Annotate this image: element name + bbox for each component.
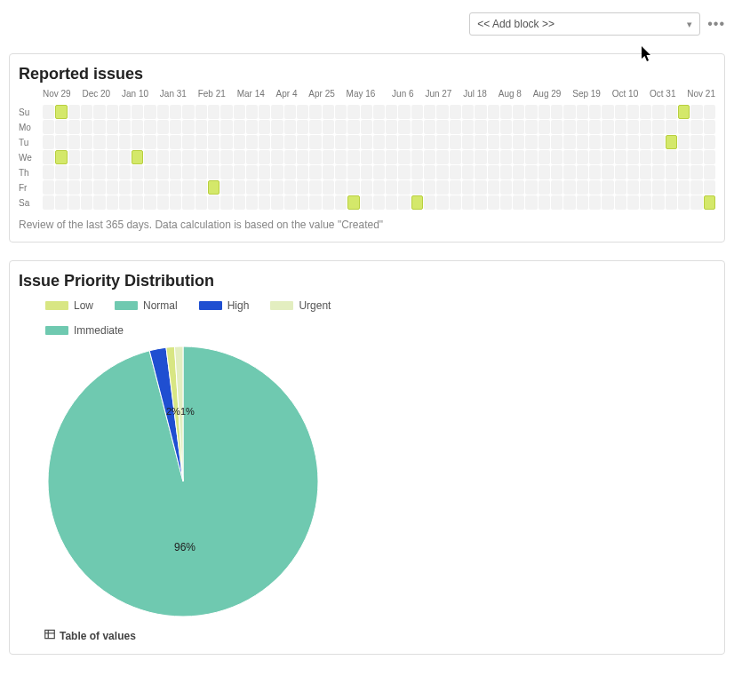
heatmap-cell[interactable] [513, 135, 524, 149]
heatmap-cell[interactable] [271, 105, 283, 119]
heatmap-cell[interactable] [450, 180, 461, 195]
heatmap-cell[interactable] [323, 180, 334, 195]
heatmap-cell[interactable] [373, 105, 385, 119]
heatmap-cell[interactable] [284, 195, 296, 210]
heatmap-cell[interactable] [68, 105, 80, 119]
heatmap-cell[interactable] [525, 195, 537, 210]
heatmap-cell[interactable] [361, 120, 372, 134]
heatmap-cell[interactable] [475, 195, 486, 210]
heatmap-cell[interactable] [602, 165, 613, 179]
heatmap-cell[interactable] [475, 180, 486, 195]
heatmap-cell[interactable] [488, 105, 499, 119]
heatmap-cell[interactable] [615, 120, 626, 134]
heatmap-cell[interactable] [271, 150, 283, 164]
heatmap-cell[interactable] [627, 105, 639, 119]
heatmap-cell[interactable] [398, 105, 410, 119]
heatmap-cell[interactable] [424, 120, 435, 134]
heatmap-cell[interactable] [144, 135, 156, 149]
heatmap-cell[interactable] [297, 120, 308, 134]
heatmap-cell[interactable] [666, 120, 677, 134]
heatmap-cell[interactable] [373, 195, 385, 210]
heatmap-cell[interactable] [297, 135, 308, 149]
heatmap-cell[interactable] [323, 150, 334, 164]
heatmap-cell[interactable] [208, 165, 219, 179]
heatmap-cell[interactable] [220, 120, 232, 134]
heatmap-cell[interactable] [577, 105, 588, 119]
heatmap-cell[interactable] [602, 150, 613, 164]
heatmap-cell[interactable] [195, 180, 207, 195]
heatmap-cell[interactable] [157, 150, 169, 164]
heatmap-cell[interactable] [398, 150, 410, 164]
heatmap-cell[interactable] [68, 150, 80, 164]
heatmap-cell[interactable] [602, 180, 613, 195]
heatmap-cell[interactable] [462, 180, 474, 195]
heatmap-cell[interactable] [563, 195, 575, 210]
heatmap-cell[interactable] [81, 105, 92, 119]
heatmap-cell[interactable] [132, 180, 143, 195]
heatmap-cell[interactable] [144, 165, 156, 179]
heatmap-cell[interactable] [43, 150, 54, 164]
heatmap-cell[interactable] [144, 195, 156, 210]
heatmap-cell[interactable] [563, 165, 575, 179]
heatmap-cell[interactable] [43, 135, 54, 149]
heatmap-cell[interactable] [704, 180, 715, 195]
heatmap-cell[interactable] [220, 135, 232, 149]
legend-item[interactable]: Urgent [270, 299, 331, 312]
heatmap-cell[interactable] [271, 135, 283, 149]
heatmap-cell[interactable] [666, 150, 677, 164]
heatmap-cell[interactable] [539, 195, 550, 210]
heatmap-cell[interactable] [704, 135, 715, 149]
heatmap-cell[interactable] [411, 120, 423, 134]
heatmap-cell[interactable] [55, 180, 67, 195]
heatmap-cell[interactable] [666, 105, 677, 119]
heatmap-cell[interactable] [551, 150, 562, 164]
heatmap-cell[interactable] [475, 165, 486, 179]
heatmap-cell[interactable] [627, 135, 639, 149]
heatmap-cell[interactable] [627, 165, 639, 179]
heatmap-cell[interactable] [132, 165, 143, 179]
heatmap-cell[interactable] [284, 135, 296, 149]
heatmap-cell[interactable] [309, 165, 321, 179]
heatmap-cell[interactable] [666, 165, 677, 179]
heatmap-cell[interactable] [170, 135, 181, 149]
heatmap-cell[interactable] [589, 165, 601, 179]
heatmap-cell[interactable] [68, 195, 80, 210]
heatmap-cell[interactable] [500, 150, 512, 164]
heatmap-cell[interactable] [386, 105, 397, 119]
heatmap-cell[interactable] [488, 195, 499, 210]
heatmap-cell[interactable] [55, 105, 67, 119]
heatmap-cell[interactable] [107, 150, 118, 164]
heatmap-cell[interactable] [398, 135, 410, 149]
heatmap-cell[interactable] [132, 150, 143, 164]
heatmap-cell[interactable] [234, 135, 245, 149]
heatmap-cell[interactable] [500, 195, 512, 210]
heatmap-cell[interactable] [525, 150, 537, 164]
heatmap-cell[interactable] [577, 120, 588, 134]
add-block-select[interactable]: << Add block >> ▾ [469, 12, 700, 36]
heatmap-cell[interactable] [144, 180, 156, 195]
heatmap-cell[interactable] [144, 120, 156, 134]
heatmap-cell[interactable] [704, 165, 715, 179]
heatmap-cell[interactable] [602, 135, 613, 149]
heatmap-cell[interactable] [81, 120, 92, 134]
heatmap-cell[interactable] [577, 180, 588, 195]
heatmap-cell[interactable] [652, 150, 664, 164]
heatmap-cell[interactable] [132, 195, 143, 210]
heatmap-cell[interactable] [652, 135, 664, 149]
heatmap-cell[interactable] [704, 150, 715, 164]
heatmap-cell[interactable] [373, 135, 385, 149]
heatmap-cell[interactable] [666, 135, 677, 149]
heatmap-cell[interactable] [424, 165, 435, 179]
heatmap-cell[interactable] [563, 180, 575, 195]
heatmap-cell[interactable] [640, 135, 651, 149]
heatmap-cell[interactable] [539, 150, 550, 164]
heatmap-cell[interactable] [347, 135, 359, 149]
heatmap-cell[interactable] [539, 180, 550, 195]
heatmap-cell[interactable] [411, 195, 423, 210]
heatmap-cell[interactable] [411, 150, 423, 164]
heatmap-cell[interactable] [652, 195, 664, 210]
heatmap-cell[interactable] [220, 195, 232, 210]
heatmap-cell[interactable] [589, 180, 601, 195]
heatmap-cell[interactable] [551, 135, 562, 149]
heatmap-cell[interactable] [309, 195, 321, 210]
